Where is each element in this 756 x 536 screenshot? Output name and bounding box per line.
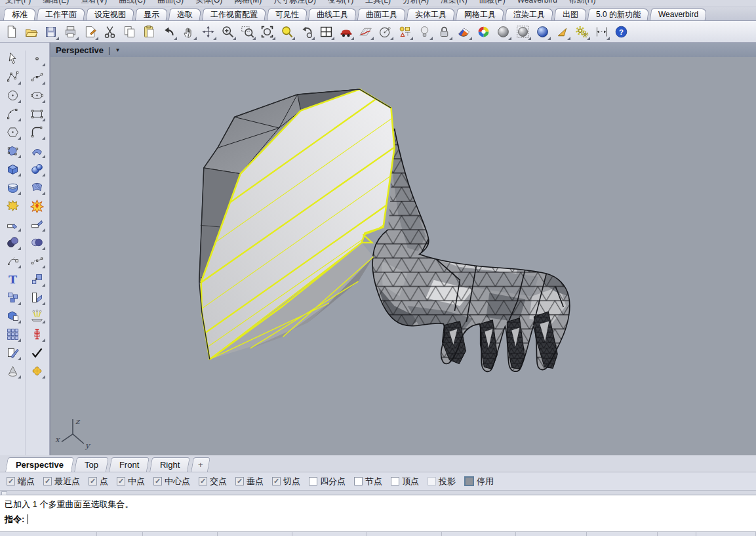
viewport-tab-Top[interactable]: Top (74, 457, 109, 472)
viewport-layout-button[interactable] (317, 23, 335, 41)
cut-button[interactable] (101, 23, 119, 41)
select-tool-button[interactable] (4, 51, 22, 67)
viewport-tab-Perspective[interactable]: Perspective (5, 457, 74, 472)
osnap-checkbox[interactable]: ✓ (272, 477, 281, 485)
viewport-canvas[interactable]: z x y (50, 57, 756, 455)
osnap-checkbox[interactable] (391, 477, 399, 485)
solid-union-tool-button[interactable] (4, 308, 22, 324)
osnap-节点[interactable]: 节点 (354, 476, 382, 487)
scale-tool-button[interactable] (28, 271, 46, 287)
new-file-button[interactable] (3, 23, 20, 41)
menu-item[interactable]: 网格(M) (234, 0, 262, 6)
plugin-star-tool-button[interactable] (4, 197, 22, 214)
boolean-union-tool-button[interactable] (4, 234, 22, 251)
toolbar-tab-显示[interactable]: 显示 (135, 9, 169, 20)
chamfer-edge-tool-button[interactable] (28, 216, 46, 232)
toolbar-tab-工作视窗配置[interactable]: 工作视窗配置 (202, 9, 267, 20)
toolbar-tab-曲面工具[interactable]: 曲面工具 (357, 9, 407, 20)
text-tool-button[interactable]: T (4, 271, 22, 287)
cone-tool-button[interactable] (4, 363, 22, 379)
zoom-window-button[interactable] (239, 23, 256, 41)
menu-item[interactable]: 尺寸标注(D) (273, 0, 316, 6)
toolbar-tab-实体工具[interactable]: 实体工具 (407, 9, 456, 20)
pan-button[interactable] (180, 23, 197, 41)
osnap-交点[interactable]: ✓交点 (199, 476, 227, 487)
light-button[interactable] (416, 23, 433, 41)
interp-curve-tool-button[interactable] (28, 69, 46, 85)
rectangle-tool-button[interactable] (28, 106, 46, 122)
zoom-extents-button[interactable] (258, 23, 276, 41)
box-tool-button[interactable] (4, 161, 22, 177)
new-viewport-tab-button[interactable]: + (191, 457, 210, 472)
rotate-view-button[interactable] (199, 23, 217, 41)
chamfer-tool-button[interactable] (4, 216, 22, 232)
osnap-最近点[interactable]: ✓最近点 (43, 476, 80, 487)
toolbar-tab-设定视图[interactable]: 设定视图 (86, 9, 135, 20)
osnap-中点[interactable]: ✓中点 (117, 476, 145, 487)
osnap-checkbox[interactable]: ✓ (43, 477, 52, 485)
toolbar-tab-出图[interactable]: 出图 (554, 9, 587, 20)
viewport-menu-caret-icon[interactable]: ▼ (115, 47, 120, 53)
move-object-button[interactable] (337, 23, 355, 41)
osnap-点[interactable]: ✓点 (89, 476, 108, 487)
circle-tool-button[interactable] (4, 87, 22, 104)
rendered-viewport-button[interactable] (534, 23, 551, 41)
undo-button[interactable] (160, 23, 178, 41)
print-button[interactable] (62, 23, 79, 41)
toolbar-tab-网格工具[interactable]: 网格工具 (456, 9, 505, 20)
cage-edit-tool-button[interactable] (28, 363, 46, 379)
viewport-title-bar[interactable]: Perspective | ▼ (50, 43, 756, 57)
lights-tool-button[interactable] (28, 308, 46, 324)
toolbar-tab-渲染工具[interactable]: 渲染工具 (505, 9, 554, 20)
osnap-四分点[interactable]: 四分点 (309, 476, 346, 487)
osnap-切点[interactable]: ✓切点 (272, 476, 300, 487)
ghosted-viewport-button[interactable] (514, 23, 532, 41)
render-cone-button[interactable] (553, 23, 571, 41)
osnap-disable-toggle[interactable]: 停用 (464, 476, 494, 487)
ellipse-tool-button[interactable] (28, 87, 46, 104)
menu-item[interactable]: 变动(T) (328, 0, 353, 6)
osnap-顶点[interactable]: 顶点 (391, 476, 419, 487)
osnap-垂点[interactable]: ✓垂点 (235, 476, 264, 487)
copy-view-button[interactable] (81, 23, 99, 41)
spheres-tool-button[interactable] (28, 161, 46, 177)
drape-tool-button[interactable] (28, 179, 46, 196)
copy-objects-tool-button[interactable] (4, 289, 22, 306)
split-tool-button[interactable] (28, 289, 46, 306)
paste-button[interactable] (140, 23, 158, 41)
divider-grip[interactable] (1, 491, 7, 495)
save-button[interactable] (42, 23, 60, 41)
viewport-tab-Front[interactable]: Front (109, 457, 149, 472)
command-area-divider[interactable] (0, 490, 756, 495)
trim-tool-button[interactable] (4, 344, 22, 361)
toolbar-tab-选取[interactable]: 选取 (169, 9, 202, 20)
osnap-端点[interactable]: ✓端点 (7, 476, 35, 487)
fillet-tool-button[interactable] (28, 124, 46, 140)
osnap-checkbox[interactable]: ✓ (199, 477, 207, 485)
undo-view-button[interactable] (298, 23, 315, 41)
zoom-dynamic-button[interactable] (219, 23, 237, 41)
boolean-diff-tool-button[interactable] (28, 234, 46, 251)
color-wheel-button[interactable] (475, 23, 492, 41)
osnap-checkbox[interactable] (428, 477, 436, 485)
bend-tool-button[interactable] (28, 142, 46, 159)
render-wedge-button[interactable] (455, 23, 473, 41)
array-grid-tool-button[interactable] (4, 326, 22, 342)
command-prompt[interactable]: 指令: (5, 512, 751, 527)
osnap-checkbox[interactable]: ✓ (117, 477, 125, 485)
menu-item[interactable]: Weaverbird (517, 0, 557, 6)
menu-item[interactable]: 面板(P) (479, 0, 506, 6)
menu-item[interactable]: 曲面(S) (157, 0, 184, 6)
menu-item[interactable]: 渲染(R) (441, 0, 468, 6)
copy-button[interactable] (121, 23, 138, 41)
osnap-checkbox[interactable]: ✓ (235, 477, 244, 485)
osnap-checkbox[interactable] (309, 477, 317, 485)
open-file-button[interactable] (22, 23, 40, 41)
menu-item[interactable]: 工具(L) (365, 0, 391, 6)
arc-tool-button[interactable] (4, 106, 22, 122)
section-tool-button[interactable] (28, 326, 46, 342)
toolbar-tab-工作平面[interactable]: 工作平面 (37, 9, 86, 20)
osnap-checkbox[interactable] (354, 477, 363, 485)
osnap-checkbox[interactable]: ✓ (153, 477, 162, 485)
check-tool-button[interactable] (28, 344, 46, 361)
